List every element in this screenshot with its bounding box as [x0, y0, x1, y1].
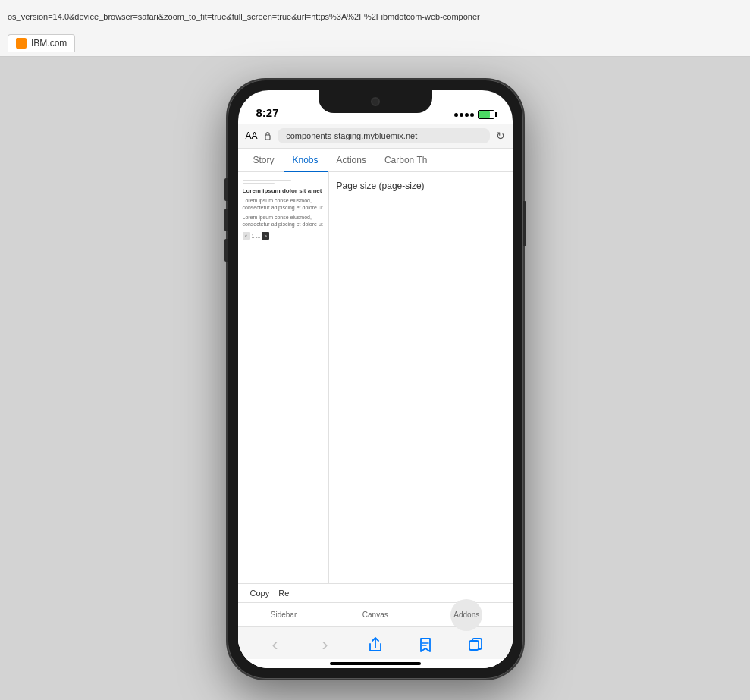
preview-small-text — [243, 180, 324, 184]
tab-knobs[interactable]: Knobs — [284, 149, 328, 171]
popup-copy-button[interactable]: Copy — [250, 589, 270, 598]
tab-label: IBM.com — [31, 38, 67, 49]
phone-notch — [319, 90, 432, 113]
svg-rect-0 — [265, 135, 270, 140]
preview-body-2: Lorem ipsum conse eiusmod, consectetur a… — [243, 214, 324, 228]
tab-favicon — [16, 38, 27, 49]
address-field[interactable]: -components-staging.mybluemix.net — [278, 128, 490, 143]
page-number: 1 — [252, 234, 255, 239]
phone-browser: AA -components-staging.mybluemix.net ↻ S… — [238, 124, 513, 668]
tab-actions[interactable]: Actions — [328, 149, 375, 171]
phone-screen: 8:27 AA — [238, 90, 513, 668]
bottom-tab-addons[interactable]: Addons — [446, 607, 487, 622]
storybook-tabs: Story Knobs Actions Carbon Th — [238, 149, 513, 172]
bottom-tab-addons-label: Addons — [453, 611, 479, 619]
url-text: os_version=14.0&device_browser=safari&zo… — [8, 12, 480, 21]
preview-pagination: < 1 ... > — [243, 232, 324, 240]
storybook-bottom-tabs: Sidebar Canvas Addons — [238, 603, 513, 627]
prev-page-button[interactable]: < — [243, 232, 250, 240]
bottom-tab-canvas[interactable]: Canvas — [355, 607, 396, 622]
status-icons — [454, 110, 494, 119]
preview-title-block: Lorem ipsum dolor sit amet — [243, 187, 324, 194]
reload-button[interactable]: ↻ — [496, 130, 505, 142]
safari-bookmarks-button[interactable] — [414, 633, 437, 656]
safari-forward-button[interactable]: › — [314, 633, 337, 656]
preview-body-1: Lorem ipsum conse eiusmod, consectetur a… — [243, 197, 324, 211]
notch-camera — [371, 97, 380, 106]
page-separator: ... — [256, 234, 260, 239]
signal-dot-4 — [470, 113, 474, 117]
tab-knobs-label: Knobs — [293, 155, 319, 165]
preview-body-block-1: Lorem ipsum conse eiusmod, consectetur a… — [243, 197, 324, 211]
tab-carbon-label: Carbon Th — [384, 155, 427, 165]
url-bar: os_version=14.0&device_browser=safari&zo… — [0, 0, 750, 30]
phone-address-bar: AA -components-staging.mybluemix.net ↻ — [238, 124, 513, 149]
knob-page-size-label: Page size (page-size) — [337, 180, 505, 193]
popup-more-button[interactable]: Re — [278, 589, 289, 598]
browser-tab-ibm[interactable]: IBM.com — [8, 34, 75, 52]
svg-rect-1 — [469, 641, 479, 650]
preview-body-block-2: Lorem ipsum conse eiusmod, consectetur a… — [243, 214, 324, 228]
tab-carbon[interactable]: Carbon Th — [375, 149, 436, 171]
tab-actions-label: Actions — [337, 155, 366, 165]
browser-tabs: IBM.com — [0, 30, 750, 55]
bottom-tab-sidebar-label: Sidebar — [271, 611, 297, 619]
tab-story[interactable]: Story — [244, 149, 284, 171]
tab-story-label: Story — [253, 155, 275, 165]
safari-share-button[interactable] — [364, 633, 387, 656]
url-static-part: os_version=14.0&device_browser=safari&zo… — [8, 12, 480, 21]
lock-icon — [264, 131, 271, 140]
preview-line-1 — [243, 180, 291, 181]
signal-dot-2 — [460, 113, 463, 117]
phone-device: 8:27 AA — [228, 80, 523, 679]
next-page-button[interactable]: > — [262, 232, 269, 240]
safari-tabs-button[interactable] — [464, 633, 487, 656]
home-indicator — [330, 662, 421, 665]
bottom-tab-sidebar[interactable]: Sidebar — [263, 607, 304, 622]
status-time: 8:27 — [256, 106, 279, 119]
battery-icon — [478, 110, 494, 119]
safari-toolbar: ‹ › — [238, 627, 513, 659]
battery-fill — [479, 111, 490, 118]
phone-bottom-area: Copy Re Sidebar Canvas Addons — [238, 583, 513, 668]
signal-dot-1 — [454, 113, 458, 117]
aa-button[interactable]: AA — [246, 130, 258, 141]
browser-chrome: os_version=14.0&device_browser=safari&zo… — [0, 0, 750, 57]
signal-dots — [454, 113, 474, 117]
bottom-tab-canvas-label: Canvas — [362, 611, 388, 619]
signal-dot-3 — [465, 113, 469, 117]
preview-line-2 — [243, 183, 275, 184]
safari-back-button[interactable]: ‹ — [264, 633, 287, 656]
preview-title: Lorem ipsum dolor sit amet — [243, 187, 324, 194]
